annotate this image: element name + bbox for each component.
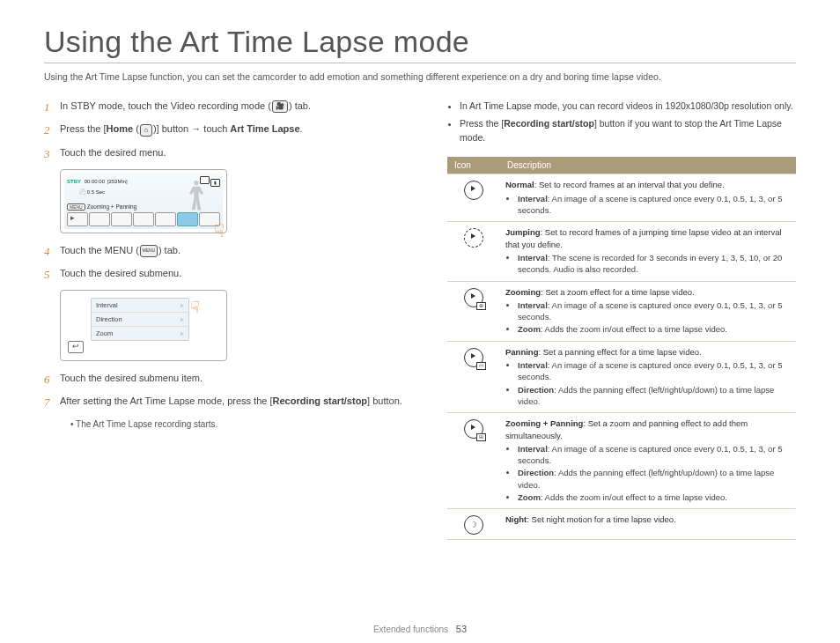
submenu-list: Interval▸ Direction▸ Zoom▸ (91, 298, 189, 341)
page-title: Using the Art Time Lapse mode (44, 25, 796, 59)
notes-list: In Art Time Lapse mode, you can record v… (447, 100, 796, 144)
chevron-right-icon: ▸ (181, 301, 184, 309)
step-1: 1 In STBY mode, touch the Video recordin… (44, 100, 423, 115)
table-row: Normal: Set to record frames at an inter… (447, 174, 796, 222)
mode-chip-jumping[interactable] (111, 212, 132, 226)
menu-tab-icon: MENU (140, 245, 158, 257)
video-mode-icon: 🎥 (272, 100, 288, 113)
table-row: ⊕Zooming: Set a zoom effect for a time l… (447, 281, 796, 341)
hand-pointer-icon (214, 220, 225, 241)
table-row: ☽Night: Set night motion for a time laps… (447, 509, 796, 540)
mode-chip-panning[interactable] (155, 212, 176, 226)
th-description: Description (500, 157, 796, 174)
mode-chip-normal[interactable] (89, 212, 110, 226)
normal-mode-icon (464, 181, 483, 200)
table-row: ⊞Zooming + Panning: Set a zoom and panni… (447, 413, 796, 509)
divider (44, 63, 796, 63)
mode-chip-zooming[interactable] (133, 212, 154, 226)
camcorder-screen-2: Interval▸ Direction▸ Zoom▸ ↩ (60, 290, 227, 361)
play-icon[interactable] (67, 212, 88, 226)
step-7: 7 After setting the Art Time Lapse mode,… (44, 395, 423, 410)
submenu-item-zoom[interactable]: Zoom▸ (92, 327, 188, 340)
jumping-mode-icon (464, 228, 483, 248)
chevron-right-icon: ▸ (181, 329, 184, 337)
right-column: In Art Time Lapse mode, you can record v… (447, 100, 796, 540)
mode-description-table: Icon Description Normal: Set to record f… (447, 157, 796, 540)
note-item: In Art Time Lapse mode, you can record v… (460, 100, 796, 114)
left-column: 1 In STBY mode, touch the Video recordin… (44, 100, 423, 540)
mode-icon-row (67, 212, 220, 226)
back-button[interactable]: ↩ (68, 341, 84, 353)
table-row: ▭Panning: Set a panning effect for a tim… (447, 341, 796, 412)
night-mode-icon: ☽ (464, 515, 483, 535)
chevron-right-icon: ▸ (181, 315, 184, 323)
hand-pointer-icon (190, 298, 200, 317)
mode-chip-zoompan[interactable] (177, 212, 198, 226)
table-row: Jumping: Set to record frames of a jumpi… (447, 222, 796, 281)
submenu-item-direction[interactable]: Direction▸ (92, 313, 188, 327)
camcorder-screen-1: STBY 00:00:00 [253Min] ▮ 🕘 0.5 Sec MENUZ… (60, 169, 227, 233)
page-footer: Extended functions 53 (0, 624, 840, 634)
panning-mode-icon: ▭ (464, 348, 483, 367)
zoompan-mode-icon: ⊞ (464, 419, 483, 439)
menu-chip-icon: MENU (67, 203, 85, 211)
th-icon: Icon (447, 157, 500, 174)
step-7-note: The Art Time Lapse recording starts. (70, 418, 423, 431)
zooming-mode-icon: ⊕ (464, 288, 483, 307)
note-item: Press the [Recording start/stop] button … (460, 117, 796, 145)
submenu-item-interval[interactable]: Interval▸ (92, 299, 188, 313)
figure-silhouette-icon (184, 177, 209, 212)
step-6: 6 Touch the desired submenu item. (44, 372, 423, 388)
intro-text: Using the Art Time Lapse function, you c… (44, 70, 796, 84)
step-3: 3 Touch the desired menu. (44, 146, 423, 162)
home-icon: ⌂ (140, 124, 152, 137)
step-4: 4 Touch the MENU (MENU) tab. (44, 244, 423, 260)
step-5: 5 Touch the desired submenu. (44, 267, 423, 283)
step-2: 2 Press the [Home (⌂)] button → touch Ar… (44, 122, 423, 138)
battery-icon: ▮ (210, 179, 220, 187)
